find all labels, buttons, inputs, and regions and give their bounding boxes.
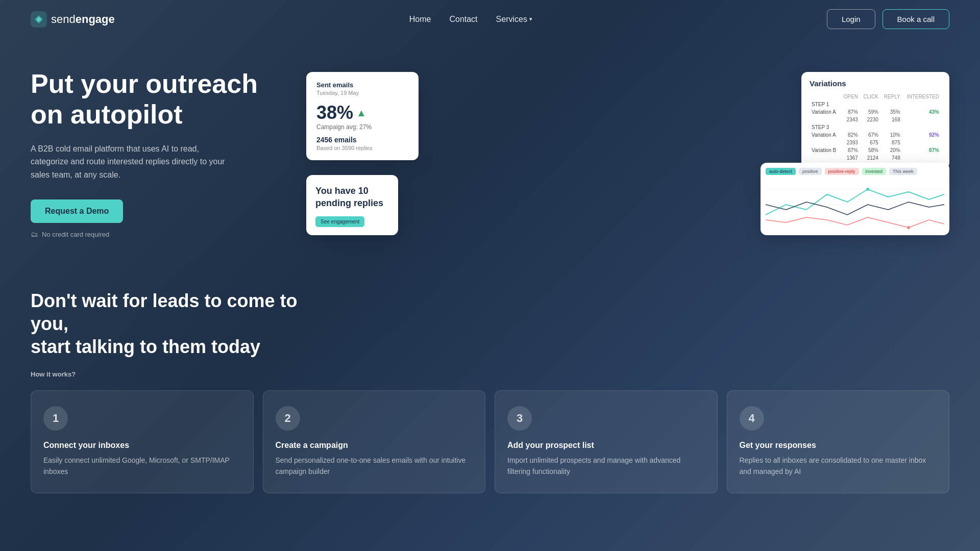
step-desc-1: Easily connect unlimited Google, Microso… bbox=[43, 455, 241, 477]
step-title-3: Add your prospect list bbox=[507, 441, 705, 450]
no-credit-note: 🗂 No credit card required bbox=[31, 230, 276, 238]
nav-contact[interactable]: Contact bbox=[449, 15, 477, 24]
logo-icon bbox=[31, 11, 47, 28]
sent-emails-pct: 38% ▲ bbox=[316, 102, 408, 123]
how-it-works-section: Don't wait for leads to come to you, sta… bbox=[0, 259, 980, 503]
nav-actions: Login Book a call bbox=[827, 9, 949, 29]
variations-card: Variations OPEN CLICK REPLY INTERESTED S… bbox=[801, 72, 949, 169]
svg-point-5 bbox=[866, 188, 869, 191]
table-row: 1367 2124 748 bbox=[810, 154, 941, 162]
step-desc-3: Import unlimited prospects and manage wi… bbox=[507, 455, 705, 477]
hero-visuals: Sent emails Tuesday, 19 May 38% ▲ Campai… bbox=[306, 72, 949, 235]
section2-title: Don't wait for leads to come to you, sta… bbox=[31, 289, 316, 358]
table-row: 2393 675 875 bbox=[810, 139, 941, 146]
login-button[interactable]: Login bbox=[827, 9, 875, 29]
see-engagement-button[interactable]: See engagement bbox=[315, 216, 364, 227]
sent-emails-based: Based on 3590 replies bbox=[316, 145, 408, 151]
step-title-2: Create a campaign bbox=[276, 441, 473, 450]
step-number-2: 2 bbox=[276, 406, 300, 431]
step-card-2: 2 Create a campaign Send personalized on… bbox=[263, 390, 486, 493]
how-it-works-label: How it works? bbox=[31, 370, 949, 378]
nav-services[interactable]: Services ▾ bbox=[496, 15, 532, 24]
chart-tab-positive-reply[interactable]: positive-reply bbox=[825, 168, 859, 175]
navbar: sendengage Home Contact Services ▾ Login… bbox=[0, 0, 980, 38]
table-row: Variation A 87% 59% 35% 43% bbox=[810, 108, 941, 116]
step-title-1: Connect your inboxes bbox=[43, 441, 241, 450]
request-demo-button[interactable]: Request a Demo bbox=[31, 199, 123, 223]
chart-tabs: auto-detect positive positive-reply inve… bbox=[766, 168, 944, 175]
hero-section: Put your outreach on autopilot A B2B col… bbox=[0, 38, 980, 259]
sent-emails-card: Sent emails Tuesday, 19 May 38% ▲ Campai… bbox=[306, 72, 419, 160]
table-row: 2343 2230 168 bbox=[810, 116, 941, 123]
svg-point-1 bbox=[37, 17, 41, 21]
step-desc-4: Replies to all inboxes are consolidated … bbox=[740, 455, 937, 477]
step-number-1: 1 bbox=[43, 406, 68, 431]
pending-replies-card: You have 10 pending replies See engageme… bbox=[306, 175, 398, 235]
sent-emails-title: Sent emails bbox=[316, 81, 408, 89]
sent-emails-count: 2456 emails bbox=[316, 136, 408, 144]
step-card-3: 3 Add your prospect list Import unlimite… bbox=[495, 390, 718, 493]
variations-table: OPEN CLICK REPLY INTERESTED STEP 1 Varia… bbox=[810, 93, 941, 162]
chart-svg bbox=[766, 179, 944, 230]
steps-grid: 1 Connect your inboxes Easily connect un… bbox=[31, 390, 949, 493]
chart-tab-auto[interactable]: auto-detect bbox=[766, 168, 796, 175]
step-number-4: 4 bbox=[740, 406, 764, 431]
chart-tab-positive[interactable]: positive bbox=[799, 168, 822, 175]
svg-point-6 bbox=[907, 226, 910, 229]
chart-card: auto-detect positive positive-reply inve… bbox=[761, 163, 949, 235]
hero-text: Put your outreach on autopilot A B2B col… bbox=[31, 69, 276, 238]
table-row: Variation B 87% 58% 20% 87% bbox=[810, 146, 941, 154]
trend-up-icon: ▲ bbox=[356, 107, 366, 119]
step-title-4: Get your responses bbox=[740, 441, 937, 450]
chart-tab-week[interactable]: This week bbox=[889, 168, 917, 175]
hero-title: Put your outreach on autopilot bbox=[31, 69, 276, 130]
chart-tab-invested[interactable]: invested bbox=[862, 168, 887, 175]
step-card-4: 4 Get your responses Replies to all inbo… bbox=[727, 390, 950, 493]
step-card-1: 1 Connect your inboxes Easily connect un… bbox=[31, 390, 254, 493]
card-icon: 🗂 bbox=[31, 230, 38, 238]
table-row: Variation A 82% 67% 10% 92% bbox=[810, 131, 941, 139]
logo[interactable]: sendengage bbox=[31, 11, 115, 28]
nav-home[interactable]: Home bbox=[409, 15, 431, 24]
step-number-3: 3 bbox=[507, 406, 532, 431]
chart-area bbox=[766, 179, 944, 230]
nav-links: Home Contact Services ▾ bbox=[409, 15, 532, 24]
hero-subtitle: A B2B cold email platform that uses AI t… bbox=[31, 142, 235, 182]
step-desc-2: Send personalized one-to-one sales email… bbox=[276, 455, 473, 477]
book-call-button[interactable]: Book a call bbox=[883, 9, 949, 29]
pending-replies-text: You have 10 pending replies bbox=[315, 185, 389, 209]
variations-title: Variations bbox=[810, 79, 941, 88]
chevron-down-icon: ▾ bbox=[529, 16, 532, 22]
sent-emails-date: Tuesday, 19 May bbox=[316, 90, 408, 96]
sent-emails-avg: Campaign avg: 27% bbox=[316, 123, 408, 131]
logo-text: sendengage bbox=[51, 13, 115, 26]
